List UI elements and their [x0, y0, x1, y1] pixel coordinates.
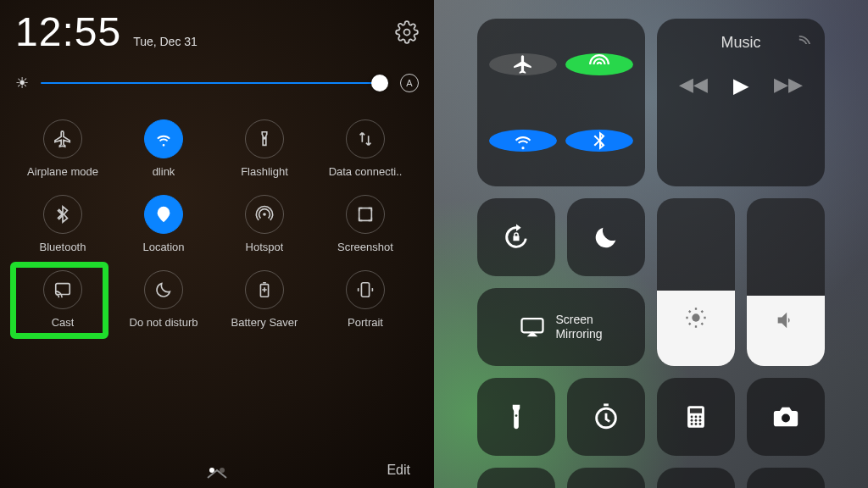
android-quick-settings-panel: 12:55 Tue, Dec 31 ☀ A Airplane modedlink…	[0, 0, 434, 488]
android-header: 12:55 Tue, Dec 31	[15, 8, 419, 55]
hotspot-icon[interactable]	[245, 195, 284, 234]
tile-label: Screenshot	[337, 241, 393, 253]
connectivity-card[interactable]	[477, 19, 645, 186]
airplay-corner-icon[interactable]	[798, 25, 816, 44]
timer-icon	[592, 402, 620, 431]
tile-label: Battery Saver	[231, 316, 298, 329]
tile-label: Flashlight	[241, 165, 288, 178]
quick-tile-grid: Airplane modedlinkFlashlightData connect…	[15, 116, 419, 332]
svg-rect-7	[361, 283, 369, 297]
tile-label: Do not disturb	[130, 316, 198, 329]
notes-button[interactable]	[567, 468, 645, 488]
flashlight-button[interactable]	[477, 378, 555, 456]
tile-data[interactable]: Data connecti..	[318, 116, 413, 181]
flashlight-icon	[502, 402, 531, 431]
battery-icon[interactable]	[245, 270, 284, 309]
tile-screenshot[interactable]: Screenshot	[318, 191, 413, 257]
svg-rect-4	[359, 208, 372, 221]
chevron-up-icon[interactable]	[206, 468, 228, 480]
tile-label: Portrait	[348, 316, 383, 329]
airplane-icon[interactable]	[43, 119, 82, 158]
timer-button[interactable]	[567, 378, 645, 456]
brightness-row: ☀ A	[15, 74, 419, 92]
brightness-slider-ios[interactable]	[657, 198, 735, 366]
screen-mirroring-icon	[520, 316, 545, 338]
tile-label: Bluetooth	[40, 241, 86, 253]
edit-button[interactable]: Edit	[387, 463, 410, 478]
tile-label: Cast	[52, 316, 75, 329]
tile-cast[interactable]: Cast	[15, 267, 110, 332]
svg-point-16	[691, 419, 693, 422]
screen-mirroring-button[interactable]: ScreenMirroring	[477, 288, 645, 366]
svg-rect-5	[56, 284, 70, 295]
svg-point-17	[695, 419, 698, 422]
airplane-mode-toggle[interactable]	[489, 53, 557, 75]
bluetooth-icon	[588, 130, 610, 152]
svg-point-1	[264, 137, 265, 139]
tile-label: Data connecti..	[329, 165, 403, 178]
tile-bluetooth[interactable]: Bluetooth	[15, 191, 110, 257]
brightness-icon: ☀	[15, 74, 29, 92]
clock-date: Tue, Dec 31	[133, 35, 198, 48]
cast-icon[interactable]	[43, 270, 82, 309]
wifi-toggle[interactable]	[489, 130, 557, 152]
svg-point-19	[691, 423, 693, 425]
svg-point-3	[263, 213, 266, 216]
hearing-button[interactable]	[747, 468, 825, 488]
alarm-button[interactable]	[477, 468, 555, 488]
tile-hotspot[interactable]: Hotspot	[217, 191, 312, 257]
calculator-button[interactable]	[657, 378, 735, 456]
svg-point-13	[691, 416, 693, 419]
airplane-icon	[512, 53, 534, 75]
tile-airplane[interactable]: Airplane mode	[15, 116, 110, 181]
flashlight-icon[interactable]	[245, 119, 284, 158]
next-track-button[interactable]: ▶▶	[774, 74, 803, 97]
tile-portrait[interactable]: Portrait	[318, 267, 413, 332]
svg-point-20	[695, 423, 698, 425]
tile-battery[interactable]: Battery Saver	[217, 267, 312, 332]
cellular-icon	[588, 53, 610, 75]
previous-track-button[interactable]: ◀◀	[679, 74, 708, 97]
tile-wifi[interactable]: dlink	[116, 116, 211, 181]
screen-mirroring-label: ScreenMirroring	[555, 313, 602, 342]
bluetooth-toggle[interactable]	[565, 130, 633, 152]
svg-rect-12	[690, 408, 702, 413]
settings-gear-icon[interactable]	[395, 20, 419, 44]
tile-label: Location	[142, 241, 184, 253]
portrait-icon[interactable]	[346, 270, 385, 309]
bluetooth-icon[interactable]	[43, 195, 82, 234]
cellular-data-toggle[interactable]	[565, 53, 633, 75]
tile-location[interactable]: Location	[116, 191, 211, 257]
wifi-icon	[512, 130, 534, 152]
tile-dnd[interactable]: Do not disturb	[116, 267, 211, 332]
calculator-icon	[682, 402, 710, 431]
wifi-icon[interactable]	[144, 119, 183, 158]
auto-brightness-toggle[interactable]: A	[400, 74, 419, 92]
brightness-fill	[657, 291, 735, 366]
data-icon[interactable]	[346, 119, 385, 158]
clock-row: 12:55 Tue, Dec 31	[15, 8, 198, 55]
brightness-slider[interactable]	[41, 82, 388, 84]
sun-icon	[684, 306, 708, 330]
ios-control-center: Music ◀◀ ▶ ▶▶ Scre	[434, 0, 868, 488]
music-title: Music	[721, 34, 760, 52]
brightness-slider-thumb[interactable]	[371, 75, 388, 92]
svg-point-18	[699, 419, 702, 422]
tile-flashlight[interactable]: Flashlight	[217, 116, 312, 181]
clock-time: 12:55	[15, 8, 121, 55]
dnd-icon[interactable]	[144, 270, 183, 309]
screen-record-button[interactable]	[657, 468, 735, 488]
svg-point-8	[692, 314, 699, 322]
do-not-disturb-toggle[interactable]	[567, 198, 645, 276]
music-card[interactable]: Music ◀◀ ▶ ▶▶	[657, 19, 825, 186]
tile-label: Hotspot	[246, 241, 284, 253]
location-icon[interactable]	[144, 195, 183, 234]
screenshot-icon[interactable]	[346, 195, 385, 234]
music-controls: ◀◀ ▶ ▶▶	[679, 74, 803, 97]
svg-point-21	[699, 423, 702, 425]
camera-button[interactable]	[747, 378, 825, 456]
orientation-lock-toggle[interactable]	[477, 198, 555, 276]
play-button[interactable]: ▶	[733, 74, 748, 97]
volume-slider-ios[interactable]	[747, 198, 825, 366]
svg-rect-9	[522, 319, 543, 332]
